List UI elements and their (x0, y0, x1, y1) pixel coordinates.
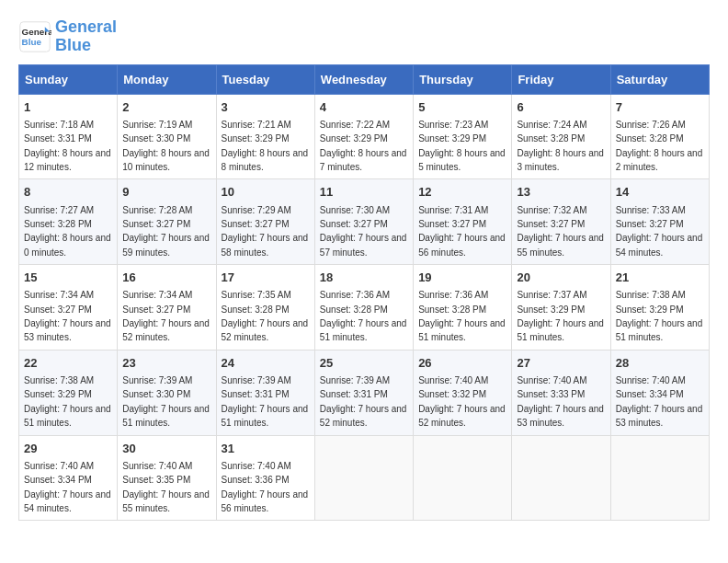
calendar-cell (314, 435, 413, 521)
logo-text: GeneralBlue (55, 18, 117, 55)
day-number: 16 (122, 270, 210, 286)
calendar-cell: 27 Sunrise: 7:40 AMSunset: 3:33 PMDaylig… (512, 350, 610, 435)
calendar-cell: 20 Sunrise: 7:37 AMSunset: 3:29 PMDaylig… (512, 265, 610, 350)
day-info: Sunrise: 7:22 AMSunset: 3:29 PMDaylight:… (320, 120, 407, 172)
calendar-cell (610, 435, 709, 521)
day-info: Sunrise: 7:28 AMSunset: 3:27 PMDaylight:… (122, 205, 210, 258)
day-number: 1 (24, 99, 112, 116)
day-info: Sunrise: 7:39 AMSunset: 3:31 PMDaylight:… (320, 375, 407, 428)
day-info: Sunrise: 7:40 AMSunset: 3:32 PMDaylight:… (418, 375, 506, 428)
calendar-table: SundayMondayTuesdayWednesdayThursdayFrid… (18, 64, 710, 522)
calendar-cell: 7 Sunrise: 7:26 AMSunset: 3:28 PMDayligh… (610, 94, 709, 179)
day-info: Sunrise: 7:27 AMSunset: 3:28 PMDaylight:… (24, 205, 111, 258)
calendar-cell: 30 Sunrise: 7:40 AMSunset: 3:35 PMDaylig… (118, 435, 216, 521)
logo-icon: General Blue (18, 20, 51, 53)
header-thursday: Thursday (414, 64, 512, 94)
day-info: Sunrise: 7:40 AMSunset: 3:34 PMDaylight:… (24, 461, 111, 513)
day-number: 28 (616, 355, 704, 372)
calendar-cell: 28 Sunrise: 7:40 AMSunset: 3:34 PMDaylig… (610, 350, 709, 435)
calendar-cell: 31 Sunrise: 7:40 AMSunset: 3:36 PMDaylig… (216, 435, 314, 521)
day-number: 24 (222, 355, 310, 372)
day-number: 13 (517, 184, 605, 201)
header-wednesday: Wednesday (314, 64, 413, 94)
day-number: 20 (517, 270, 605, 286)
header-tuesday: Tuesday (216, 64, 314, 94)
day-number: 4 (320, 99, 408, 116)
day-info: Sunrise: 7:31 AMSunset: 3:27 PMDaylight:… (418, 205, 506, 258)
day-number: 21 (616, 270, 704, 286)
day-info: Sunrise: 7:40 AMSunset: 3:34 PMDaylight:… (616, 375, 703, 428)
day-info: Sunrise: 7:40 AMSunset: 3:33 PMDaylight:… (517, 375, 604, 428)
header-monday: Monday (118, 64, 216, 94)
day-info: Sunrise: 7:36 AMSunset: 3:28 PMDaylight:… (320, 290, 407, 342)
week-row-2: 8 Sunrise: 7:27 AMSunset: 3:28 PMDayligh… (19, 179, 710, 265)
day-info: Sunrise: 7:37 AMSunset: 3:29 PMDaylight:… (517, 290, 604, 342)
page-header: General Blue GeneralBlue (18, 18, 710, 55)
day-info: Sunrise: 7:23 AMSunset: 3:29 PMDaylight:… (418, 120, 506, 172)
day-number: 26 (418, 355, 506, 372)
week-row-1: 1 Sunrise: 7:18 AMSunset: 3:31 PMDayligh… (19, 94, 710, 179)
calendar-cell: 22 Sunrise: 7:38 AMSunset: 3:29 PMDaylig… (19, 350, 118, 435)
day-number: 10 (222, 184, 310, 201)
day-info: Sunrise: 7:35 AMSunset: 3:28 PMDaylight:… (222, 290, 309, 342)
day-number: 29 (24, 441, 112, 457)
calendar-cell (512, 435, 610, 521)
calendar-cell: 25 Sunrise: 7:39 AMSunset: 3:31 PMDaylig… (314, 350, 413, 435)
calendar-cell: 21 Sunrise: 7:38 AMSunset: 3:29 PMDaylig… (610, 265, 709, 350)
calendar-cell: 26 Sunrise: 7:40 AMSunset: 3:32 PMDaylig… (414, 350, 512, 435)
calendar-cell: 15 Sunrise: 7:34 AMSunset: 3:27 PMDaylig… (19, 265, 118, 350)
header-saturday: Saturday (610, 64, 709, 94)
calendar-cell: 3 Sunrise: 7:21 AMSunset: 3:29 PMDayligh… (216, 94, 314, 179)
header-sunday: Sunday (19, 64, 118, 94)
calendar-cell: 24 Sunrise: 7:39 AMSunset: 3:31 PMDaylig… (216, 350, 314, 435)
day-info: Sunrise: 7:30 AMSunset: 3:27 PMDaylight:… (320, 205, 407, 258)
logo: General Blue GeneralBlue (18, 18, 117, 55)
day-number: 22 (24, 355, 112, 372)
calendar-cell: 29 Sunrise: 7:40 AMSunset: 3:34 PMDaylig… (19, 435, 118, 521)
calendar-cell: 19 Sunrise: 7:36 AMSunset: 3:28 PMDaylig… (414, 265, 512, 350)
day-info: Sunrise: 7:33 AMSunset: 3:27 PMDaylight:… (616, 205, 703, 258)
day-number: 25 (320, 355, 408, 372)
calendar-cell: 6 Sunrise: 7:24 AMSunset: 3:28 PMDayligh… (512, 94, 610, 179)
day-number: 8 (24, 184, 112, 201)
week-row-5: 29 Sunrise: 7:40 AMSunset: 3:34 PMDaylig… (19, 435, 710, 521)
calendar-cell: 8 Sunrise: 7:27 AMSunset: 3:28 PMDayligh… (19, 179, 118, 265)
day-number: 19 (418, 270, 506, 286)
day-info: Sunrise: 7:19 AMSunset: 3:30 PMDaylight:… (122, 120, 210, 172)
day-info: Sunrise: 7:32 AMSunset: 3:27 PMDaylight:… (517, 205, 604, 258)
day-number: 23 (122, 355, 210, 372)
day-number: 31 (222, 441, 310, 457)
day-info: Sunrise: 7:39 AMSunset: 3:31 PMDaylight:… (222, 375, 309, 428)
calendar-cell: 17 Sunrise: 7:35 AMSunset: 3:28 PMDaylig… (216, 265, 314, 350)
calendar-cell: 18 Sunrise: 7:36 AMSunset: 3:28 PMDaylig… (314, 265, 413, 350)
calendar-cell: 4 Sunrise: 7:22 AMSunset: 3:29 PMDayligh… (314, 94, 413, 179)
day-info: Sunrise: 7:21 AMSunset: 3:29 PMDaylight:… (222, 120, 309, 172)
day-number: 5 (418, 99, 506, 116)
day-number: 15 (24, 270, 112, 286)
header-friday: Friday (512, 64, 610, 94)
calendar-cell: 1 Sunrise: 7:18 AMSunset: 3:31 PMDayligh… (19, 94, 118, 179)
day-number: 6 (517, 99, 605, 116)
day-number: 30 (122, 441, 210, 457)
calendar-cell: 10 Sunrise: 7:29 AMSunset: 3:27 PMDaylig… (216, 179, 314, 265)
day-info: Sunrise: 7:18 AMSunset: 3:31 PMDaylight:… (24, 120, 111, 172)
day-info: Sunrise: 7:34 AMSunset: 3:27 PMDaylight:… (122, 290, 210, 342)
day-info: Sunrise: 7:39 AMSunset: 3:30 PMDaylight:… (122, 375, 210, 428)
calendar-cell: 9 Sunrise: 7:28 AMSunset: 3:27 PMDayligh… (118, 179, 216, 265)
week-row-4: 22 Sunrise: 7:38 AMSunset: 3:29 PMDaylig… (19, 350, 710, 435)
calendar-cell: 13 Sunrise: 7:32 AMSunset: 3:27 PMDaylig… (512, 179, 610, 265)
day-info: Sunrise: 7:24 AMSunset: 3:28 PMDaylight:… (517, 120, 604, 172)
calendar-cell: 2 Sunrise: 7:19 AMSunset: 3:30 PMDayligh… (118, 94, 216, 179)
day-number: 17 (222, 270, 310, 286)
week-row-3: 15 Sunrise: 7:34 AMSunset: 3:27 PMDaylig… (19, 265, 710, 350)
day-number: 14 (616, 184, 704, 201)
days-header-row: SundayMondayTuesdayWednesdayThursdayFrid… (19, 64, 710, 94)
svg-text:General: General (22, 27, 51, 37)
day-info: Sunrise: 7:38 AMSunset: 3:29 PMDaylight:… (24, 375, 111, 428)
day-number: 7 (616, 99, 704, 116)
day-number: 9 (122, 184, 210, 201)
day-number: 12 (418, 184, 506, 201)
day-number: 3 (222, 99, 310, 116)
day-info: Sunrise: 7:29 AMSunset: 3:27 PMDaylight:… (222, 205, 309, 258)
calendar-cell: 12 Sunrise: 7:31 AMSunset: 3:27 PMDaylig… (414, 179, 512, 265)
